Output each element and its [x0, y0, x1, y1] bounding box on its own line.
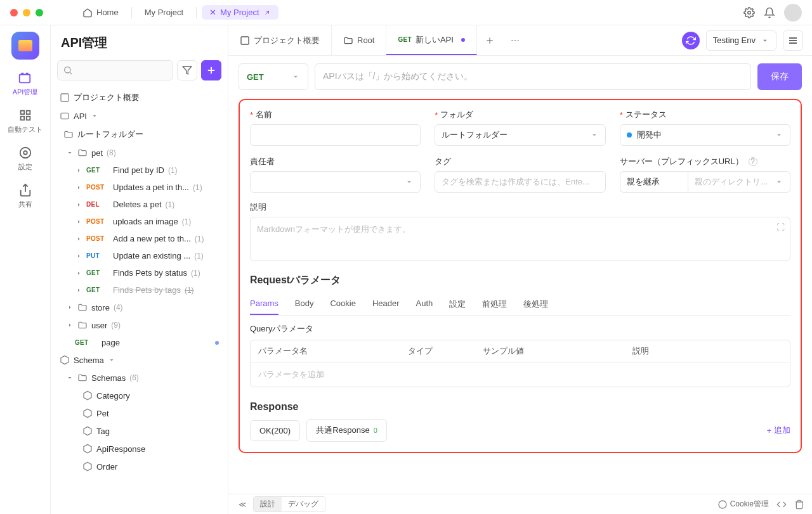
app-logo[interactable] — [11, 32, 39, 60]
tree-schema-item[interactable]: Category — [57, 387, 221, 404]
method-select[interactable]: GET — [239, 63, 308, 90]
description-input[interactable]: Markdownフォーマットが使用できます。 ⛶ — [250, 217, 790, 261]
tree-project-overview[interactable]: プロジェクト概要 — [57, 88, 221, 107]
tree-folder-user[interactable]: user (9) — [57, 316, 221, 334]
response-ok-chip[interactable]: OK(200) — [250, 420, 300, 441]
caret-down-icon — [66, 149, 74, 157]
tree-schema-item[interactable]: Tag — [57, 422, 221, 440]
tree-api-item[interactable]: GET Find pet by ID (1) — [57, 162, 221, 179]
title-tab-home[interactable]: Home — [75, 5, 126, 20]
tab-overview[interactable]: プロジェクト概要 — [228, 25, 332, 55]
url-input[interactable]: APIパスは「/」から始めてください。 — [315, 63, 751, 90]
collapse-button[interactable]: ≪ — [236, 499, 249, 510]
tree-label: uploads an image — [113, 217, 178, 226]
rail-settings[interactable]: 設定 — [18, 146, 32, 172]
owner-select[interactable] — [250, 171, 421, 193]
trash-icon[interactable] — [794, 499, 804, 510]
add-tab-button[interactable] — [477, 35, 502, 46]
tree-root-folder[interactable]: ルートフォルダー — [57, 125, 221, 144]
tree-schemas-folder[interactable]: Schemas (6) — [57, 369, 221, 387]
cookie-icon — [717, 499, 728, 510]
tree-label: pet — [91, 148, 103, 158]
param-add-row[interactable]: パラメータを追加 — [251, 363, 790, 387]
svg-rect-5 — [26, 111, 30, 115]
design-debug-toggle[interactable]: 設計 デバッグ — [253, 496, 325, 512]
expand-icon[interactable]: ⛶ — [776, 222, 785, 232]
tree-api-item[interactable]: POST Updates a pet in th... (1) — [57, 179, 221, 196]
filter-button[interactable] — [177, 60, 197, 80]
add-button[interactable] — [201, 60, 221, 80]
tree-count: (6) — [129, 373, 139, 382]
rail-api[interactable]: API管理 — [13, 71, 38, 97]
tree-api[interactable]: API — [57, 107, 221, 125]
rail-share[interactable]: 共有 — [18, 183, 32, 209]
param-tab[interactable]: 後処理 — [523, 293, 548, 315]
param-tab[interactable]: Body — [295, 293, 314, 315]
tree-api-item[interactable]: GET Finds Pets by tags (1) — [57, 281, 221, 299]
save-button[interactable]: 保存 — [757, 63, 802, 90]
tree-api-item[interactable]: POST uploads an image (1) — [57, 213, 221, 230]
toggle-debug[interactable]: デバッグ — [282, 497, 325, 511]
search-input[interactable] — [57, 60, 173, 80]
tree-count: (1) — [185, 286, 194, 295]
help-icon[interactable]: ? — [749, 157, 757, 166]
tags-input[interactable]: タグを検索または作成するには、Ente... — [435, 171, 605, 193]
refresh-button[interactable] — [682, 32, 700, 49]
svg-rect-13 — [241, 37, 249, 44]
tree-schema-group[interactable]: Schema — [57, 351, 221, 369]
title-tab-project-active[interactable]: ✕ My Project — [202, 5, 278, 20]
close-icon[interactable]: ✕ — [209, 8, 216, 17]
tree-schema-item[interactable]: ApiResponse — [57, 440, 221, 458]
titlebar-right — [743, 4, 802, 22]
param-tab[interactable]: 前処理 — [482, 293, 507, 315]
name-input[interactable] — [250, 124, 421, 146]
tree-folder-store[interactable]: store (4) — [57, 299, 221, 316]
close-window[interactable] — [10, 9, 18, 16]
tree-schema-item[interactable]: Order — [57, 458, 221, 475]
param-table: パラメータ名タイプサンプル値説明 パラメータを追加 — [250, 340, 790, 387]
status-select[interactable]: 開発中 — [620, 124, 790, 146]
minimize-window[interactable] — [23, 9, 30, 16]
menu-button[interactable] — [783, 30, 803, 51]
tree-label: Finds Pets by status — [113, 268, 187, 278]
add-response-button[interactable]: + 追加 — [766, 425, 790, 436]
folder-icon — [77, 320, 88, 330]
tab-new-api[interactable]: GET 新しいAPI — [386, 25, 476, 55]
bell-icon[interactable] — [764, 7, 775, 18]
field-label-text: フォルダ — [440, 109, 473, 120]
param-tab[interactable]: Auth — [416, 293, 433, 315]
tree-count: (9) — [111, 321, 121, 330]
tab-root[interactable]: Root — [332, 25, 386, 55]
code-icon[interactable] — [776, 499, 787, 510]
tree-api-item[interactable]: POST Add a new pet to th... (1) — [57, 230, 221, 247]
gear-icon[interactable] — [743, 7, 755, 18]
tree-api-item[interactable]: GET Finds Pets by status (1) — [57, 264, 221, 281]
folder-select[interactable]: ルートフォルダー — [435, 124, 605, 146]
param-tab[interactable]: Header — [372, 293, 400, 315]
param-tab[interactable]: Params — [250, 293, 278, 315]
cookie-manage[interactable]: Cookie管理 — [717, 499, 769, 510]
param-tab[interactable]: 設定 — [449, 293, 466, 315]
tree-schema-item[interactable]: Pet — [57, 404, 221, 422]
tree-folder-pet[interactable]: pet (8) — [57, 144, 221, 162]
maximize-window[interactable] — [36, 9, 43, 16]
menu-icon — [788, 35, 798, 46]
caret-right-icon — [66, 321, 74, 329]
server-select[interactable]: 親のディレクトリ... — [688, 171, 790, 193]
svg-rect-1 — [20, 75, 30, 83]
server-inherit[interactable]: 親を継承 — [620, 171, 688, 193]
avatar[interactable] — [784, 4, 802, 22]
param-table-head: パラメータ名タイプサンプル値説明 — [251, 340, 790, 363]
title-tab-project[interactable]: My Project — [137, 5, 191, 20]
response-common-chip[interactable]: 共通Response 0 — [306, 419, 387, 442]
rail-autotest[interactable]: 自動テスト — [8, 108, 43, 134]
tree-count: (1) — [182, 217, 192, 226]
toggle-design[interactable]: 設計 — [254, 497, 282, 511]
tree-api-item[interactable]: DEL Deletes a pet (1) — [57, 196, 221, 213]
param-tab[interactable]: Cookie — [330, 293, 355, 315]
env-select[interactable]: Testing Env — [706, 30, 776, 51]
tree-api-page[interactable]: GET page — [57, 334, 221, 351]
tree-api-item[interactable]: PUT Update an existing ... (1) — [57, 247, 221, 264]
more-button[interactable] — [502, 35, 528, 46]
tab-label: プロジェクト概要 — [254, 35, 320, 46]
